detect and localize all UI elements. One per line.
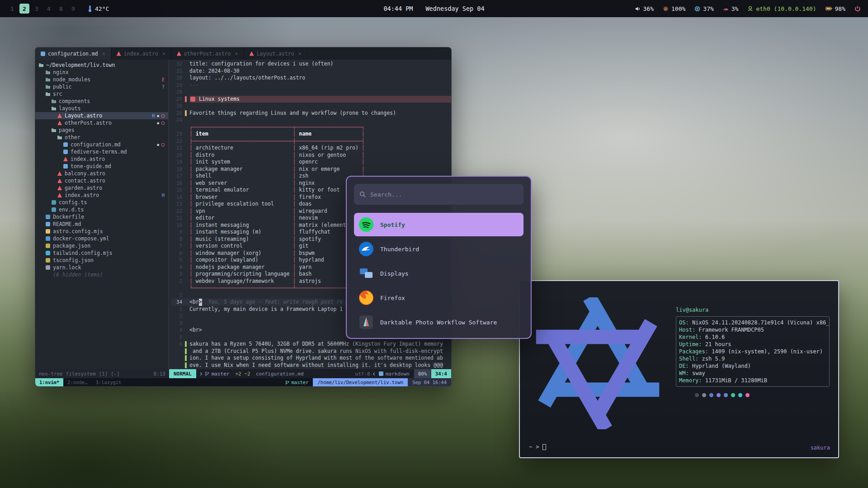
tree-item-index.astro[interactable]: index.astroH (35, 192, 168, 199)
mark-dot: ● (157, 143, 159, 147)
git-branch: master +2 ~2 (205, 369, 250, 378)
markdown-icon (379, 371, 383, 376)
status-battery[interactable]: 98% (826, 5, 845, 12)
close-tab-icon[interactable]: × (235, 51, 238, 57)
tab-index.astro[interactable]: index.astro× (111, 47, 171, 60)
tree-item-label: tone-guide.md (71, 163, 111, 169)
launcher-list: SpotifyThunderbirdDisplaysFirefoxDarktab… (354, 213, 524, 334)
tree-item-label: src (53, 91, 62, 97)
js-icon (46, 229, 50, 234)
status-network[interactable]: eth0 (10.0.0.140) (747, 5, 816, 12)
tab-label: Layout.astro (257, 51, 294, 57)
buffer-line: 23│ item │ name │ (171, 131, 451, 138)
tree-item-node_modules[interactable]: node_modulesE (35, 76, 168, 83)
tree-item-garden.astro[interactable]: garden.astro (35, 184, 168, 192)
tab-otherPost.astro[interactable]: otherPost.astro× (171, 47, 244, 60)
launcher-item-label: Spotify (380, 221, 405, 228)
search-input[interactable] (370, 191, 518, 198)
tree-item-package.json[interactable]: package.json (35, 242, 168, 249)
close-tab-icon[interactable]: × (298, 51, 302, 57)
prompt-char: > (536, 444, 539, 450)
tmux-window-2[interactable]: 2:node… (63, 378, 91, 386)
tree-item-layouts[interactable]: layouts (35, 105, 168, 112)
fetch-rows: OS: NixOS 24.11.20240828.71e91c4 (Vicuna… (676, 316, 830, 387)
launcher-item-displays[interactable]: Displays (354, 262, 524, 285)
branch-icon (205, 371, 209, 376)
memory-value: 37% (703, 5, 713, 12)
terminal-title: sakura (811, 445, 830, 451)
tree-item-Layout.astro[interactable]: Layout.astroH● (35, 112, 168, 119)
tree-item-balcony.astro[interactable]: balcony.astro (35, 170, 168, 177)
tree-item-env.d.ts[interactable]: env.d.ts (35, 206, 168, 213)
tailwind-icon (46, 251, 50, 255)
tree-item-nginx[interactable]: nginx (35, 69, 168, 76)
tmux-window-3[interactable]: 3:lazygit (92, 378, 126, 386)
mark-dot: ● (157, 121, 159, 125)
lock-icon (46, 265, 50, 270)
launcher-item-firefox[interactable]: Firefox (354, 286, 524, 310)
shell-prompt[interactable]: ~ > (529, 444, 546, 450)
workspace-4[interactable]: 4 (44, 4, 54, 14)
workspace-1[interactable]: 1 (7, 4, 17, 14)
buffer-line: ion. I have a setup consisting of Hyprla… (171, 355, 451, 362)
fetch-terminal[interactable]: liv@sakura OS: NixOS 24.11.20240828.71e9… (519, 280, 839, 458)
fetch-row-os: OS: NixOS 24.11.20240828.71e91c4 (Vicuna… (679, 319, 826, 326)
astro-icon (57, 186, 62, 190)
tree-item-Dockerfile[interactable]: Dockerfile (35, 213, 168, 221)
launcher-item-darktable[interactable]: Darktable Photo Workflow Software (354, 310, 524, 334)
tmux-window-1[interactable]: 1:nvim* (35, 378, 63, 386)
tmux-branch-name: master (292, 380, 309, 385)
astro-file-icon (177, 52, 181, 56)
ts-icon (52, 200, 56, 205)
tree-item-docker-compose.yml[interactable]: docker-compose.yml (35, 235, 168, 242)
tab-configuration.md[interactable]: configuration.md× (35, 47, 111, 60)
tree-item-yarn.lock[interactable]: yarn.lock (35, 264, 168, 271)
workspace-9[interactable]: 9 (68, 4, 78, 14)
cursor-position: 34:4 (431, 369, 452, 378)
tree-item-tsconfig.json[interactable]: tsconfig.json (35, 257, 168, 264)
tree-item-label: (6 hidden items) (53, 272, 103, 278)
tree-item-contact.astro[interactable]: contact.astro (35, 177, 168, 184)
tree-item-tone-guide.md[interactable]: tone-guide.md (35, 163, 168, 170)
tree-item-(6 hidden items)[interactable]: (6 hidden items) (35, 271, 168, 278)
tree-item-public[interactable]: public? (35, 83, 168, 90)
workspace-8[interactable]: 8 (56, 4, 66, 14)
tree-item-label: README.md (53, 221, 81, 227)
search-box[interactable] (354, 184, 524, 205)
tree-item-config.ts[interactable]: config.ts (35, 199, 168, 206)
close-tab-icon[interactable]: × (102, 51, 105, 57)
tree-root[interactable]: ~/Development/liv.town (35, 61, 168, 69)
status-memory[interactable]: 37% (694, 5, 713, 12)
folder-icon (52, 99, 56, 103)
workspace-3[interactable]: 3 (32, 4, 42, 14)
launcher-item-thunderbird[interactable]: Thunderbird (354, 237, 524, 261)
tree-item-components[interactable]: components (35, 98, 168, 105)
launcher-item-spotify[interactable]: Spotify (354, 213, 524, 236)
status-cpu[interactable]: 3% (723, 5, 739, 12)
tree-item-otherPost.astro[interactable]: otherPost.astro● (35, 119, 168, 127)
tree-item-astro.config.mjs[interactable]: astro.config.mjs (35, 228, 168, 235)
tree-item-configuration.md[interactable]: configuration.md● (35, 141, 168, 148)
neotree-statusline: neo-tree filesystem [1] [-] 8:13 (35, 369, 169, 378)
tree-item-pages[interactable]: pages (35, 127, 168, 134)
status-brightness[interactable]: 100% (663, 5, 685, 12)
workspace-2[interactable]: 2 (19, 4, 29, 14)
close-tab-icon[interactable]: × (162, 51, 165, 57)
buffer-line: 31date: 2024-08-30 (171, 68, 451, 75)
power-button[interactable] (854, 5, 861, 12)
launcher-item-label: Darktable Photo Workflow Software (380, 319, 497, 326)
palette-dot (709, 393, 713, 397)
tree-item-fediverse-terms.md[interactable]: fediverse-terms.md (35, 148, 168, 155)
buffer-line: 6sakura has a Ryzen 5 7640U, 32GB of DDR… (171, 341, 451, 348)
tree-item-label: configuration.md (71, 141, 121, 148)
tmux-statusbar: 1:nvim*2:node…3:lazygit master /home/liv… (35, 378, 451, 386)
tree-item-index.astro[interactable]: index.astro (35, 155, 168, 163)
tree-item-tailwind.config.mjs[interactable]: tailwind.config.mjs (35, 249, 168, 257)
status-volume[interactable]: 36% (635, 5, 654, 12)
tree-item-src[interactable]: src (35, 90, 168, 98)
tab-Layout.astro[interactable]: Layout.astro× (244, 47, 307, 60)
tree-item-other[interactable]: other (35, 134, 168, 141)
tmux-path: /home/liv/Development/liv.town (313, 378, 408, 386)
palette-dot (695, 393, 699, 397)
tree-item-README.md[interactable]: README.md (35, 221, 168, 228)
